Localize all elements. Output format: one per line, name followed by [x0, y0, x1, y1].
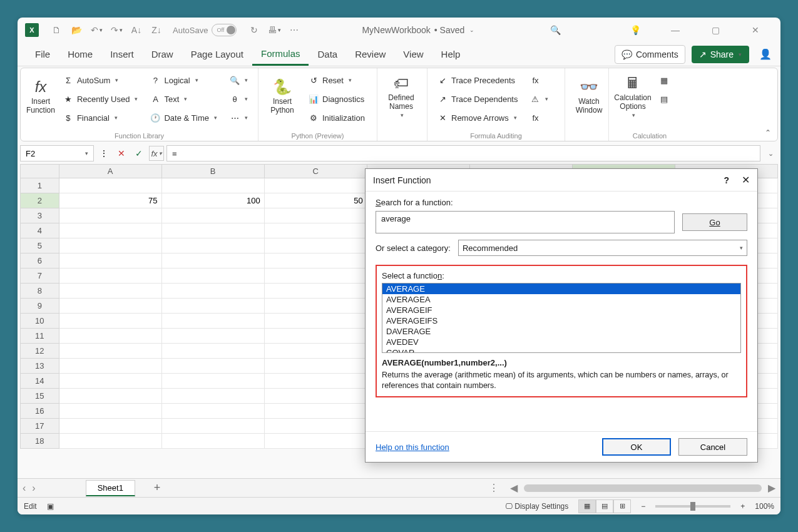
row-header-6[interactable]: 6 — [21, 253, 59, 269]
zoom-out-icon[interactable]: − — [641, 502, 645, 511]
cell-C4[interactable] — [264, 223, 367, 238]
lightbulb-icon[interactable]: 💡 — [623, 20, 648, 40]
row-header-9[interactable]: 9 — [21, 299, 59, 314]
logical-button[interactable]: ?Logical▾ — [148, 72, 220, 88]
cell-C3[interactable] — [264, 208, 367, 223]
text-button[interactable]: AText▾ — [148, 91, 220, 107]
cell-A15[interactable] — [59, 389, 161, 404]
recently-used-button[interactable]: ★Recently Used▾ — [61, 91, 141, 107]
sheet-nav-next-icon[interactable]: › — [32, 483, 35, 494]
cell-A3[interactable] — [59, 208, 161, 223]
tab-data[interactable]: Data — [309, 44, 346, 64]
cell-C18[interactable] — [264, 434, 367, 449]
tab-home[interactable]: Home — [59, 44, 101, 64]
defined-names-button[interactable]: 🏷Defined Names▾ — [382, 71, 420, 122]
account-icon[interactable]: 👤 — [759, 48, 772, 60]
cell-B7[interactable] — [161, 269, 264, 284]
refresh-icon[interactable]: ↻ — [245, 21, 263, 39]
row-header-16[interactable]: 16 — [21, 404, 59, 419]
page-break-view-icon[interactable]: ⊞ — [613, 499, 631, 513]
calc-sheet-button[interactable]: ▤ — [657, 91, 672, 107]
row-header-18[interactable]: 18 — [21, 434, 59, 449]
tab-file[interactable]: File — [26, 44, 59, 64]
redo-icon[interactable]: ↷▾ — [108, 21, 125, 39]
sheet-options-icon[interactable]: ⋮ — [489, 482, 499, 494]
namebox-dropdown-icon[interactable]: ▾ — [85, 150, 88, 156]
watch-window-button[interactable]: 👓Watch Window — [570, 71, 608, 122]
tab-formulas[interactable]: Formulas — [252, 43, 309, 66]
cell-B1[interactable] — [161, 178, 264, 193]
tab-view[interactable]: View — [394, 44, 432, 64]
row-header-7[interactable]: 7 — [21, 269, 59, 284]
function-list[interactable]: AVERAGEAVERAGEAAVERAGEIFAVERAGEIFSDAVERA… — [382, 283, 741, 353]
hscroll-right-icon[interactable]: ▶ — [768, 482, 775, 494]
row-header-2[interactable]: 2 — [21, 193, 59, 208]
cell-B9[interactable] — [161, 299, 264, 314]
cell-B14[interactable] — [161, 374, 264, 389]
cell-B3[interactable] — [161, 208, 264, 223]
cell-B13[interactable] — [161, 359, 264, 374]
row-header-17[interactable]: 17 — [21, 419, 59, 434]
cell-B5[interactable] — [161, 238, 264, 253]
function-item-averageifs[interactable]: AVERAGEIFS — [382, 315, 740, 326]
new-file-icon[interactable]: 🗋 — [48, 21, 65, 39]
insert-python-button[interactable]: 🐍Insert Python — [263, 71, 301, 122]
zoom-slider[interactable] — [655, 505, 730, 508]
category-select[interactable]: Recommended▾ — [458, 240, 747, 256]
search-icon[interactable]: 🔍 — [543, 20, 568, 40]
evaluate-formula-button[interactable]: fx — [528, 110, 551, 126]
add-sheet-icon[interactable]: + — [154, 481, 161, 494]
cell-B17[interactable] — [161, 419, 264, 434]
maximize-button[interactable]: ▢ — [703, 20, 728, 40]
cell-C9[interactable] — [264, 299, 367, 314]
tab-insert[interactable]: Insert — [101, 44, 143, 64]
cell-C17[interactable] — [264, 419, 367, 434]
row-header-5[interactable]: 5 — [21, 238, 59, 253]
go-button[interactable]: Go — [682, 213, 747, 231]
function-item-covar[interactable]: COVAR — [382, 347, 740, 353]
cell-A9[interactable] — [59, 299, 161, 314]
row-header-14[interactable]: 14 — [21, 374, 59, 389]
cell-A5[interactable] — [59, 238, 161, 253]
function-item-averagea[interactable]: AVERAGEA — [382, 294, 740, 305]
open-file-icon[interactable]: 📂 — [68, 21, 85, 39]
collapse-ribbon-icon[interactable]: ⌃ — [765, 128, 771, 137]
row-header-15[interactable]: 15 — [21, 389, 59, 404]
cell-A16[interactable] — [59, 404, 161, 419]
sheet-nav-prev-icon[interactable]: ‹ — [23, 483, 26, 494]
cell-A10[interactable] — [59, 314, 161, 329]
row-header-12[interactable]: 12 — [21, 344, 59, 359]
cell-A2[interactable]: 75 — [59, 193, 161, 208]
cell-A8[interactable] — [59, 284, 161, 299]
more-functions-button[interactable]: ⋯▾ — [227, 110, 250, 126]
expand-formula-bar-icon[interactable]: ⌄ — [763, 150, 778, 158]
cell-B4[interactable] — [161, 223, 264, 238]
calc-now-button[interactable]: ▦ — [657, 72, 672, 88]
row-header-4[interactable]: 4 — [21, 223, 59, 238]
row-header-13[interactable]: 13 — [21, 359, 59, 374]
column-header-C[interactable]: C — [264, 165, 367, 178]
function-item-average[interactable]: AVERAGE — [382, 284, 740, 294]
cell-C5[interactable] — [264, 238, 367, 253]
calc-options-button[interactable]: 🖩Calculation Options▾ — [614, 71, 652, 122]
cell-B16[interactable] — [161, 404, 264, 419]
comments-button[interactable]: 💬Comments — [615, 45, 685, 64]
horizontal-scrollbar[interactable] — [524, 484, 762, 492]
reset-button[interactable]: ↺Reset▾ — [306, 72, 367, 88]
function-item-daverage[interactable]: DAVERAGE — [382, 326, 740, 337]
cell-C11[interactable] — [264, 329, 367, 344]
cell-B18[interactable] — [161, 434, 264, 449]
row-header-10[interactable]: 10 — [21, 314, 59, 329]
math-button[interactable]: θ▾ — [227, 91, 250, 107]
zoom-in-icon[interactable]: + — [740, 502, 745, 511]
row-header-1[interactable]: 1 — [21, 178, 59, 193]
ok-button[interactable]: OK — [602, 438, 671, 456]
cell-B2[interactable]: 100 — [161, 193, 264, 208]
cell-B10[interactable] — [161, 314, 264, 329]
qat-more-icon[interactable]: ⋯ — [285, 21, 303, 39]
sheet-tab-sheet1[interactable]: Sheet1 — [86, 480, 135, 496]
sort-asc-icon[interactable]: A↓ — [128, 21, 145, 39]
trace-precedents-button[interactable]: ↙Trace Precedents — [435, 72, 520, 88]
function-item-avedev[interactable]: AVEDEV — [382, 337, 740, 347]
tab-help[interactable]: Help — [432, 44, 469, 64]
